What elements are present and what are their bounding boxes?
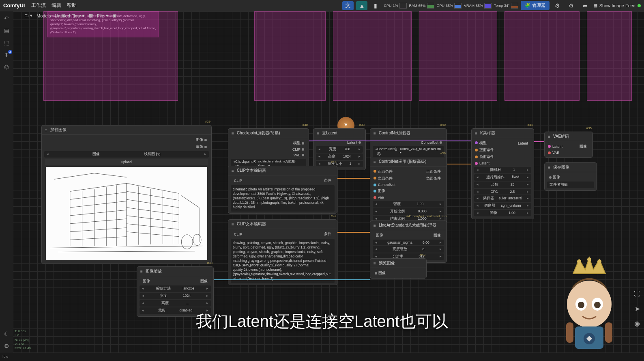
wire	[309, 140, 471, 141]
temp-stat: Temp 34°	[494, 3, 518, 9]
manager-button[interactable]: 🧩 管理器	[521, 1, 550, 10]
positive-prompt[interactable]: cinematic photo An artist's impression o…	[231, 185, 335, 212]
node-canvas[interactable]: crayon, sketch, graphite, impressionist,…	[13, 11, 644, 353]
node-load-image[interactable]: #29 ≡加载图像 图像 蒙版 ◂图像线稿图.jpg▸ upload	[41, 125, 212, 264]
cube-icon[interactable]: ⬚	[3, 39, 10, 46]
vram-stat: VRAM 85%	[464, 3, 492, 9]
node-preview-image[interactable]: #42 ≡预览图像 图像	[370, 258, 427, 279]
icon-a2[interactable]: ⚙	[566, 1, 577, 10]
top-bar: ComfyUI 工作流 编辑 帮助 文 ▲ ▮ CPU 1% RAM 65% G…	[0, 0, 644, 11]
node-clip-encode-positive[interactable]: #31 ≡CLIP文本编码器 CLIP条件 cinematic photo An…	[228, 166, 337, 214]
menu-help[interactable]: 帮助	[67, 2, 77, 9]
main-menu: 工作流 编辑 帮助	[31, 2, 77, 9]
overlay-region	[43, 11, 632, 101]
drag-icon: ≡	[44, 128, 48, 132]
node-clip-encode-negative[interactable]: #32 ≡CLIP文本编码器 CLIP条件 drawing, painting,…	[228, 219, 337, 285]
node-save-image[interactable]: ≡保存图像 图像 文件名前缀	[544, 162, 597, 191]
node-lineart-preprocessor[interactable]: ≡LineArtStandard艺术线预处理器 图像图像 ◂gaussian_s…	[370, 220, 447, 263]
screen-icon[interactable]: ▣	[112, 13, 116, 18]
perf-stats: T: 0.00s I: 0 N: 39 [24] V: 172 FPS: 41.…	[15, 329, 31, 350]
wire	[214, 279, 370, 280]
share-icon[interactable]: ➦	[580, 1, 591, 10]
upload-button[interactable]: upload	[45, 159, 208, 165]
undo-icon[interactable]: ↶	[3, 15, 10, 22]
node-empty-latent[interactable]: #33 ≡空Latent Latent ◂宽度768▸ ◂高度1024▸ ◂批次…	[313, 128, 366, 170]
tree-icon[interactable]: ⌬	[3, 63, 10, 71]
gpu-stat: GPU 65%	[437, 3, 462, 9]
left-sidebar: ↶ ▤ ⬚ ⬍4 ⌬ ☾ ⚙	[0, 11, 13, 353]
icon-a1[interactable]: ⚙	[552, 1, 563, 10]
menu-workflow[interactable]: 工作流	[31, 2, 46, 9]
translate-icon[interactable]: 文	[342, 1, 354, 10]
menu-edit[interactable]: 编辑	[52, 2, 61, 9]
subtitle-caption: 我们Latent还是连接空Latent也可以	[196, 310, 448, 333]
models-label[interactable]: Models	[36, 13, 51, 18]
bookmark-icon[interactable]: ▮	[370, 1, 381, 10]
node-vae-decode[interactable]: #35 ≡VAE解码 Latent图像 VAE	[544, 132, 593, 158]
canvas-controls: ⛶ ➤ ◉	[633, 290, 642, 329]
wire	[447, 164, 471, 164]
image-feed-toggle[interactable]: ▦ Show Image Feed	[593, 3, 641, 8]
folder-icon[interactable]: 🗀 ▾	[24, 13, 32, 18]
flow-name[interactable]: Untitled Flow ▾	[55, 13, 85, 18]
node-image-scale[interactable]: #38 ≡图像缩放 图像图像 ◂缩放方法lanczos▸ ◂宽度1024▸ ◂高…	[137, 266, 214, 317]
node-ksampler[interactable]: #34 ≡K采样器 模型Latent 正面条件 负面条件 Latent ◂随机种…	[471, 128, 534, 219]
gear-icon[interactable]: ⚙	[3, 342, 10, 350]
eye-icon[interactable]: ◉	[633, 320, 642, 329]
status-bar: Idle	[0, 354, 644, 361]
negative-prompt[interactable]: drawing, painting, crayon, sketch, graph…	[231, 239, 335, 283]
list-icon[interactable]: ▤	[3, 27, 10, 34]
pyramid-icon[interactable]: ▲	[356, 1, 367, 10]
moon-icon[interactable]: ☾	[3, 330, 10, 337]
aux-tag: #41 comfyui_controlnet_aux	[406, 214, 447, 218]
locate-icon[interactable]: ➤	[633, 305, 642, 314]
node-controlnet-loader[interactable]: #40 ≡ControlNet加载器 ControlNet ◂ControlNe…	[370, 128, 447, 160]
wire	[534, 141, 544, 142]
secondary-bar: 🗀 ▾ Models Untitled Flow ▾ ▦ File ▾ ▣	[24, 13, 116, 18]
brand: ComfyUI	[3, 2, 25, 9]
wire	[337, 232, 370, 233]
file-menu[interactable]: File ▾	[97, 13, 108, 18]
grid-icon[interactable]: ▦	[89, 13, 93, 18]
expand-icon[interactable]: ⛶	[633, 290, 642, 299]
route-icon[interactable]: ⬍4	[3, 51, 10, 58]
ram-stat: RAM 65%	[409, 3, 434, 9]
image-field[interactable]: ◂图像线稿图.jpg▸	[44, 151, 209, 158]
cpu-stat: CPU 1%	[384, 3, 406, 9]
image-preview	[46, 167, 207, 260]
wire	[337, 178, 370, 179]
